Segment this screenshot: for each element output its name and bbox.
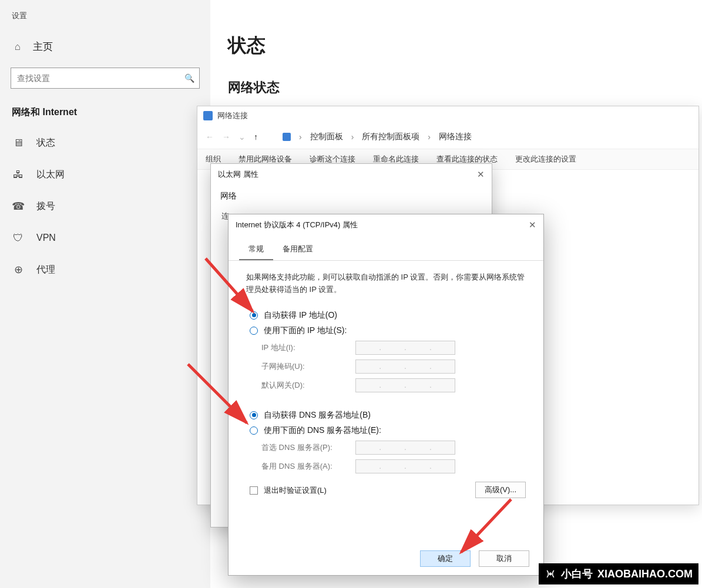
explorer-title: 网络连接 <box>217 110 248 121</box>
network-icon <box>203 111 213 120</box>
chevron-right-icon: › <box>351 132 354 142</box>
field-dns-alternate: 备用 DNS 服务器(A): ... <box>261 459 526 473</box>
sidebar-item-dialup[interactable]: ☎ 拨号 <box>0 190 210 222</box>
checkbox-icon <box>250 486 258 495</box>
sidebar-item-label: 拨号 <box>36 200 55 213</box>
status-icon: 🖥 <box>12 137 25 149</box>
dialog-title: 以太网 属性 <box>218 169 258 180</box>
vpn-icon: 🛡 <box>12 232 25 244</box>
search-icon: 🔍 <box>179 73 199 83</box>
ipv4-tabs: 常规 备用配置 <box>229 239 543 261</box>
chevron-right-icon: › <box>299 132 302 142</box>
sidebar-item-vpn[interactable]: 🛡 VPN <box>0 222 210 254</box>
radio-ip-manual[interactable]: 使用下面的 IP 地址(S): <box>250 325 526 336</box>
breadcrumb[interactable]: 所有控制面板项 <box>362 132 419 142</box>
checkbox-label: 退出时验证设置(L) <box>264 485 327 496</box>
radio-dns-auto[interactable]: 自动获得 DNS 服务器地址(B) <box>250 410 526 421</box>
explorer-titlebar[interactable]: 网络连接 <box>197 106 698 125</box>
cancel-button[interactable]: 取消 <box>479 550 529 567</box>
sidebar-item-ethernet[interactable]: 🖧 以太网 <box>0 159 210 190</box>
sidebar-item-proxy[interactable]: ⊕ 代理 <box>0 254 210 285</box>
svg-point-3 <box>549 573 552 576</box>
chevron-right-icon: › <box>428 132 431 142</box>
radio-dns-manual[interactable]: 使用下面的 DNS 服务器地址(E): <box>250 425 526 436</box>
back-icon[interactable]: ← <box>206 132 214 142</box>
explorer-navbar: ← → ⌄ ↑ › 控制面板 › 所有控制面板项 › 网络连接 <box>197 125 698 149</box>
tab-network[interactable]: 网络 <box>211 185 246 207</box>
ipv4-description: 如果网络支持此功能，则可以获取自动指派的 IP 设置。否则，你需要从网络系统管理… <box>246 271 526 296</box>
settings-sidebar: 设置 ⌂ 主页 🔍 网络和 Internet 🖥 状态 🖧 以太网 ☎ 拨号 🛡… <box>0 0 210 588</box>
dialog-title: Internet 协议版本 4 (TCP/IPv4) 属性 <box>236 220 358 230</box>
radio-icon <box>250 411 258 419</box>
sidebar-item-label: VPN <box>36 233 56 243</box>
ok-button[interactable]: 确定 <box>420 550 471 567</box>
field-ip-address: IP 地址(I): ... <box>261 341 526 355</box>
dialog-buttons: 确定 取消 <box>229 550 543 567</box>
radio-label: 自动获得 IP 地址(O) <box>264 310 337 321</box>
page-title: 状态 <box>210 0 702 65</box>
field-label: 默认网关(D): <box>261 380 350 391</box>
breadcrumb[interactable]: 网络连接 <box>439 132 472 142</box>
field-subnet-mask: 子网掩码(U): ... <box>261 359 526 374</box>
radio-label: 使用下面的 DNS 服务器地址(E): <box>264 425 381 436</box>
search-field[interactable] <box>11 73 179 83</box>
sidebar-item-home[interactable]: ⌂ 主页 <box>0 32 210 62</box>
field-dns-preferred: 首选 DNS 服务器(P): ... <box>261 441 526 455</box>
advanced-button[interactable]: 高级(V)... <box>475 482 526 498</box>
radio-icon <box>250 426 258 435</box>
sidebar-item-label: 状态 <box>36 137 55 149</box>
close-icon[interactable]: ✕ <box>477 169 485 180</box>
up-icon[interactable]: ↑ <box>254 132 258 142</box>
field-label: 备用 DNS 服务器(A): <box>261 461 350 472</box>
recent-icon[interactable]: ⌄ <box>239 132 246 142</box>
dialog-titlebar[interactable]: Internet 协议版本 4 (TCP/IPv4) 属性 ✕ <box>229 214 543 236</box>
sidebar-item-label: 以太网 <box>36 169 65 181</box>
radio-label: 使用下面的 IP 地址(S): <box>264 325 347 336</box>
forward-icon[interactable]: → <box>222 132 230 142</box>
sidebar-item-label: 代理 <box>36 264 55 276</box>
radio-icon <box>250 327 258 335</box>
ipv4-properties-dialog: Internet 协议版本 4 (TCP/IPv4) 属性 ✕ 常规 备用配置 … <box>228 214 544 576</box>
signal-icon <box>545 568 556 580</box>
proxy-icon: ⊕ <box>12 263 25 276</box>
tab-alternate[interactable]: 备用配置 <box>273 239 323 260</box>
radio-icon <box>250 311 258 320</box>
field-label: 首选 DNS 服务器(P): <box>261 442 350 453</box>
ip-input: ... <box>355 359 455 374</box>
field-default-gateway: 默认网关(D): ... <box>261 378 526 392</box>
radio-ip-auto[interactable]: 自动获得 IP 地址(O) <box>250 310 526 321</box>
ip-input: ... <box>355 341 455 355</box>
ipv4-body: 如果网络支持此功能，则可以获取自动指派的 IP 设置。否则，你需要从网络系统管理… <box>229 261 543 504</box>
field-label: IP 地址(I): <box>261 342 350 353</box>
radio-label: 自动获得 DNS 服务器地址(B) <box>264 410 371 421</box>
close-icon[interactable]: ✕ <box>529 220 536 230</box>
section-title: 网络状态 <box>210 65 702 101</box>
badge-en: XIAOBAIHAO.COM <box>597 568 693 580</box>
ip-input: ... <box>355 459 455 473</box>
ip-input: ... <box>355 378 455 392</box>
brand-badge: 小白号 XIAOBAIHAO.COM <box>539 563 698 584</box>
dialog-titlebar[interactable]: 以太网 属性 ✕ <box>211 164 492 185</box>
ethernet-icon: 🖧 <box>12 169 25 181</box>
app-title: 设置 <box>0 0 210 32</box>
badge-cn: 小白号 <box>561 567 593 581</box>
sidebar-item-status[interactable]: 🖥 状态 <box>0 127 210 159</box>
home-icon: ⌂ <box>12 41 23 53</box>
ip-input: ... <box>355 441 455 455</box>
tab-general[interactable]: 常规 <box>239 239 273 260</box>
network-icon <box>283 133 291 141</box>
toolbar-change[interactable]: 更改此连接的设置 <box>515 154 576 164</box>
sidebar-group-title: 网络和 Internet <box>0 100 210 127</box>
breadcrumb[interactable]: 控制面板 <box>310 132 343 142</box>
dialup-icon: ☎ <box>12 200 25 213</box>
field-label: 子网掩码(U): <box>261 361 350 372</box>
home-label: 主页 <box>33 40 53 53</box>
search-input[interactable]: 🔍 <box>11 68 200 89</box>
